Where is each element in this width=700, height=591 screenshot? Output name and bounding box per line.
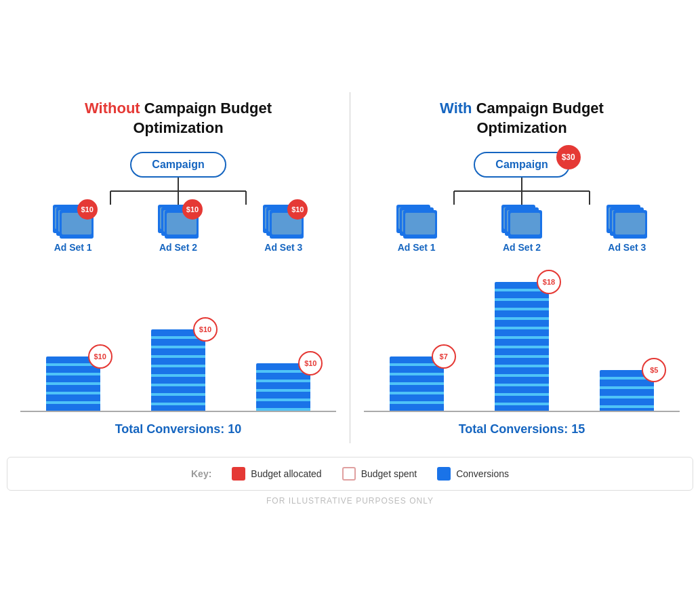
- left-ad-set-label-3: Ad Set 3: [264, 242, 302, 253]
- legend-key-label: Key:: [191, 468, 211, 479]
- right-panel-title: With Campaign Budget Optimization: [364, 99, 680, 138]
- left-title-prefix: Without: [85, 100, 140, 117]
- left-total-conversions: Total Conversions: 10: [20, 422, 336, 436]
- left-panel: Without Campaign Budget Optimization Cam…: [7, 92, 350, 443]
- right-chart-bar-1: [495, 282, 549, 411]
- main-container: Without Campaign Budget Optimization Cam…: [0, 79, 700, 512]
- right-chart-bar-badge-1: $18: [537, 270, 561, 294]
- left-ad-badge-1: $10: [77, 199, 98, 220]
- left-chart-bar-wrapper-0: $10: [46, 356, 100, 411]
- left-ad-set-2-icon: $10: [158, 205, 199, 242]
- left-ad-set-3-icon: $10: [263, 205, 304, 242]
- left-chart-bar-group-1: $10: [151, 329, 205, 411]
- left-ad-badge-2: $10: [182, 199, 203, 220]
- left-ad-set-label-2: Ad Set 2: [159, 242, 197, 253]
- right-ad-set-label-1: Ad Set 1: [398, 242, 436, 253]
- left-chart-bar-group-0: $10: [46, 356, 100, 411]
- left-chart-bar-wrapper-1: $10: [151, 329, 205, 411]
- right-campaign-box: Campaign $30: [474, 152, 569, 178]
- right-ad-set-label-2: Ad Set 2: [503, 242, 541, 253]
- left-ad-badge-3: $10: [287, 199, 308, 220]
- legend-item-budget-spent: Budget spent: [342, 467, 417, 481]
- left-tree: Campaign: [20, 152, 336, 253]
- right-chart-bar-wrapper-1: $18: [495, 282, 549, 411]
- right-chart-bar-group-1: $18: [495, 282, 549, 411]
- right-ad-set-3-icon: [606, 205, 647, 242]
- right-total-conversions: Total Conversions: 15: [364, 422, 680, 436]
- left-ad-set-2: $10 Ad Set 2: [158, 205, 199, 253]
- left-chart-bar-badge-2: $10: [298, 351, 323, 375]
- right-icon-stack-3: [403, 210, 437, 239]
- left-ad-set-1-icon: $10: [53, 205, 94, 242]
- right-chart-bar-group-0: $7: [390, 356, 444, 411]
- left-ad-set-1: $10 Ad Set 1: [53, 205, 94, 253]
- right-chart-bar-group-2: $5: [600, 370, 654, 411]
- right-chart-bar-badge-0: $7: [432, 344, 456, 369]
- right-chart-bar-wrapper-0: $7: [390, 356, 444, 411]
- right-icon3-stack-3: [613, 210, 647, 239]
- legend-swatch-blue: [437, 467, 451, 481]
- right-ad-set-2: Ad Set 2: [501, 205, 542, 253]
- left-title-line2: Optimization: [133, 119, 223, 136]
- left-campaign-box: Campaign: [130, 152, 226, 178]
- legend-item-budget-allocated: Budget allocated: [232, 467, 321, 481]
- right-tree: Campaign $30: [364, 152, 680, 253]
- right-chart-area: $7$18$5: [364, 263, 680, 412]
- right-title-prefix: With: [440, 100, 472, 117]
- right-ad-set-2-icon: [501, 205, 542, 242]
- left-chart-bar-badge-1: $10: [193, 317, 218, 342]
- right-chart-bar-badge-2: $5: [642, 358, 666, 382]
- legend-label-conversions: Conversions: [456, 468, 509, 479]
- left-campaign-label: Campaign: [152, 159, 204, 170]
- right-ad-sets-row: Ad Set 1 Ad Set 2: [364, 205, 680, 253]
- right-chart-bar-wrapper-2: $5: [600, 370, 654, 411]
- left-panel-title: Without Campaign Budget Optimization: [20, 99, 336, 138]
- legend-swatch-outlined: [342, 467, 356, 481]
- right-tree-lines: [420, 178, 623, 205]
- right-ad-set-label-3: Ad Set 3: [608, 242, 646, 253]
- right-ad-set-1-icon: [396, 205, 437, 242]
- left-ad-set-3: $10 Ad Set 3: [263, 205, 304, 253]
- legend-swatch-red: [232, 467, 245, 481]
- right-campaign-budget-badge: $30: [556, 145, 581, 169]
- left-title-main: Campaign Budget: [140, 100, 272, 117]
- legend-item-conversions: Conversions: [437, 467, 509, 481]
- disclaimer: FOR ILLUSTRATIVE PURPOSES ONLY: [7, 496, 693, 506]
- right-campaign-label: Campaign: [495, 159, 548, 170]
- legend: Key: Budget allocated Budget spent Conve…: [7, 457, 693, 491]
- legend-label-budget-allocated: Budget allocated: [251, 468, 321, 479]
- left-tree-lines: [77, 178, 280, 205]
- left-chart-area: $10$10$10: [20, 263, 336, 412]
- left-ad-sets-row: $10 Ad Set 1 $10 Ad Set 2: [20, 205, 336, 253]
- right-panel: With Campaign Budget Optimization Campai…: [350, 92, 693, 443]
- left-chart-bar-group-2: $10: [256, 363, 310, 411]
- panels: Without Campaign Budget Optimization Cam…: [7, 92, 693, 443]
- right-title-main: Campaign Budget: [472, 100, 604, 117]
- right-ad-set-3: Ad Set 3: [606, 205, 647, 253]
- left-chart-bar-wrapper-2: $10: [256, 363, 310, 411]
- right-icon2-stack-3: [508, 210, 542, 239]
- left-chart-bar-badge-0: $10: [88, 344, 112, 369]
- right-title-line2: Optimization: [476, 119, 567, 136]
- left-chart-bar-1: [151, 329, 205, 411]
- left-ad-set-label-1: Ad Set 1: [54, 242, 92, 253]
- legend-label-budget-spent: Budget spent: [361, 468, 417, 479]
- right-ad-set-1: Ad Set 1: [396, 205, 437, 253]
